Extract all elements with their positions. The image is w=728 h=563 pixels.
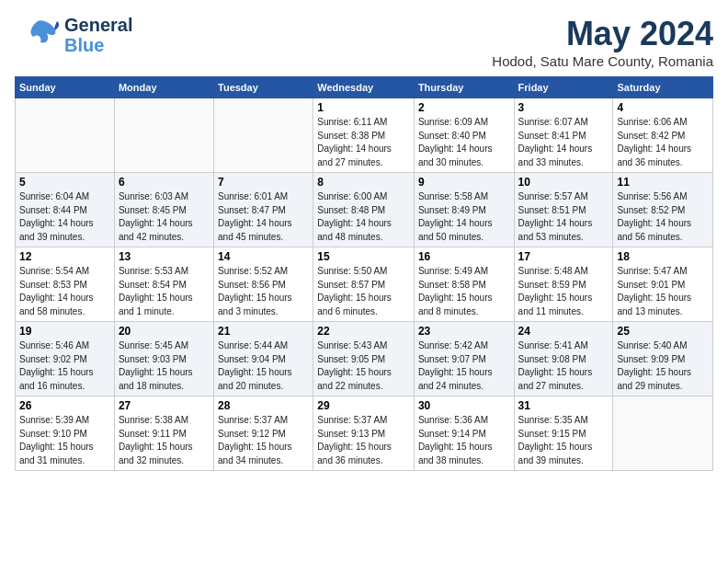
logo: General Blue [15, 15, 132, 55]
weekday-header: Sunday [16, 77, 115, 98]
weekday-header: Monday [114, 77, 213, 98]
day-info: Sunrise: 5:53 AM Sunset: 8:54 PM Dayligh… [119, 265, 210, 318]
day-info: Sunrise: 6:07 AM Sunset: 8:41 PM Dayligh… [518, 116, 609, 169]
calendar-cell: 8Sunrise: 6:00 AM Sunset: 8:48 PM Daylig… [313, 173, 415, 247]
day-info: Sunrise: 5:37 AM Sunset: 9:12 PM Dayligh… [218, 414, 309, 467]
calendar-week-row: 19Sunrise: 5:46 AM Sunset: 9:02 PM Dayli… [16, 322, 713, 396]
day-info: Sunrise: 5:46 AM Sunset: 9:02 PM Dayligh… [19, 339, 110, 393]
day-number: 15 [317, 250, 410, 263]
calendar-cell: 4Sunrise: 6:06 AM Sunset: 8:42 PM Daylig… [613, 98, 713, 173]
calendar-week-row: 26Sunrise: 5:39 AM Sunset: 9:10 PM Dayli… [16, 396, 713, 471]
month-year-title: May 2024 [492, 15, 713, 53]
calendar-cell: 25Sunrise: 5:40 AM Sunset: 9:09 PM Dayli… [613, 322, 713, 396]
day-info: Sunrise: 5:44 AM Sunset: 9:04 PM Dayligh… [218, 339, 309, 393]
calendar-cell: 29Sunrise: 5:37 AM Sunset: 9:13 PM Dayli… [313, 396, 415, 471]
weekday-header: Wednesday [313, 77, 415, 98]
day-number: 20 [119, 325, 210, 338]
calendar-cell: 28Sunrise: 5:37 AM Sunset: 9:12 PM Dayli… [214, 396, 313, 471]
calendar-cell [114, 98, 213, 173]
calendar-cell: 6Sunrise: 6:03 AM Sunset: 8:45 PM Daylig… [114, 173, 213, 247]
calendar-table: SundayMondayTuesdayWednesdayThursdayFrid… [15, 76, 713, 471]
day-info: Sunrise: 5:48 AM Sunset: 8:59 PM Dayligh… [518, 265, 609, 318]
calendar-cell: 31Sunrise: 5:35 AM Sunset: 9:15 PM Dayli… [514, 396, 613, 471]
calendar-cell [214, 98, 313, 173]
day-number: 11 [617, 176, 709, 189]
day-number: 27 [119, 399, 210, 412]
day-info: Sunrise: 5:45 AM Sunset: 9:03 PM Dayligh… [119, 339, 210, 393]
day-number: 22 [317, 325, 410, 338]
day-number: 12 [19, 250, 110, 263]
day-info: Sunrise: 5:42 AM Sunset: 9:07 PM Dayligh… [418, 339, 510, 393]
logo-text: General Blue [64, 15, 132, 55]
calendar-week-row: 1Sunrise: 6:11 AM Sunset: 8:38 PM Daylig… [16, 98, 713, 173]
day-number: 26 [19, 399, 110, 412]
day-number: 4 [617, 101, 709, 114]
calendar-cell: 16Sunrise: 5:49 AM Sunset: 8:58 PM Dayli… [414, 247, 514, 322]
calendar-cell: 13Sunrise: 5:53 AM Sunset: 8:54 PM Dayli… [114, 247, 213, 322]
calendar-header-row: SundayMondayTuesdayWednesdayThursdayFrid… [16, 77, 713, 98]
day-info: Sunrise: 5:58 AM Sunset: 8:49 PM Dayligh… [418, 190, 510, 244]
day-number: 13 [119, 250, 210, 263]
logo-blue-text: Blue [64, 35, 132, 55]
page-header: General Blue May 2024 Hodod, Satu Mare C… [15, 15, 713, 69]
calendar-cell: 2Sunrise: 6:09 AM Sunset: 8:40 PM Daylig… [414, 98, 514, 173]
weekday-header: Thursday [414, 77, 514, 98]
title-block: May 2024 Hodod, Satu Mare County, Romani… [492, 15, 713, 69]
day-info: Sunrise: 5:39 AM Sunset: 9:10 PM Dayligh… [19, 414, 110, 467]
logo-icon [15, 17, 61, 53]
calendar-cell: 3Sunrise: 6:07 AM Sunset: 8:41 PM Daylig… [514, 98, 613, 173]
day-number: 10 [518, 176, 609, 189]
day-info: Sunrise: 5:36 AM Sunset: 9:14 PM Dayligh… [418, 414, 510, 467]
calendar-week-row: 12Sunrise: 5:54 AM Sunset: 8:53 PM Dayli… [16, 247, 713, 322]
calendar-cell: 30Sunrise: 5:36 AM Sunset: 9:14 PM Dayli… [414, 396, 514, 471]
day-info: Sunrise: 5:54 AM Sunset: 8:53 PM Dayligh… [19, 265, 110, 318]
calendar-cell: 1Sunrise: 6:11 AM Sunset: 8:38 PM Daylig… [313, 98, 415, 173]
day-number: 1 [317, 101, 410, 114]
day-info: Sunrise: 5:40 AM Sunset: 9:09 PM Dayligh… [617, 339, 709, 393]
day-info: Sunrise: 6:04 AM Sunset: 8:44 PM Dayligh… [19, 190, 110, 244]
day-info: Sunrise: 5:35 AM Sunset: 9:15 PM Dayligh… [518, 414, 609, 467]
day-number: 23 [418, 325, 510, 338]
day-number: 19 [19, 325, 110, 338]
logo-general-text: General [64, 15, 132, 35]
calendar-cell: 20Sunrise: 5:45 AM Sunset: 9:03 PM Dayli… [114, 322, 213, 396]
day-number: 7 [218, 176, 309, 189]
day-number: 30 [418, 399, 510, 412]
calendar-cell: 9Sunrise: 5:58 AM Sunset: 8:49 PM Daylig… [414, 173, 514, 247]
day-info: Sunrise: 6:00 AM Sunset: 8:48 PM Dayligh… [317, 190, 410, 244]
day-number: 31 [518, 399, 609, 412]
calendar-cell [16, 98, 115, 173]
day-info: Sunrise: 5:50 AM Sunset: 8:57 PM Dayligh… [317, 265, 410, 318]
day-info: Sunrise: 5:56 AM Sunset: 8:52 PM Dayligh… [617, 190, 709, 244]
day-number: 21 [218, 325, 309, 338]
calendar-cell: 19Sunrise: 5:46 AM Sunset: 9:02 PM Dayli… [16, 322, 115, 396]
calendar-cell: 5Sunrise: 6:04 AM Sunset: 8:44 PM Daylig… [16, 173, 115, 247]
day-number: 18 [617, 250, 709, 263]
day-number: 6 [119, 176, 210, 189]
calendar-cell: 10Sunrise: 5:57 AM Sunset: 8:51 PM Dayli… [514, 173, 613, 247]
day-info: Sunrise: 6:11 AM Sunset: 8:38 PM Dayligh… [317, 116, 410, 169]
day-number: 28 [218, 399, 309, 412]
calendar-cell: 22Sunrise: 5:43 AM Sunset: 9:05 PM Dayli… [313, 322, 415, 396]
calendar-cell: 26Sunrise: 5:39 AM Sunset: 9:10 PM Dayli… [16, 396, 115, 471]
calendar-cell: 14Sunrise: 5:52 AM Sunset: 8:56 PM Dayli… [214, 247, 313, 322]
day-number: 25 [617, 325, 709, 338]
day-number: 16 [418, 250, 510, 263]
calendar-cell: 18Sunrise: 5:47 AM Sunset: 9:01 PM Dayli… [613, 247, 713, 322]
day-number: 9 [418, 176, 510, 189]
day-info: Sunrise: 5:37 AM Sunset: 9:13 PM Dayligh… [317, 414, 410, 467]
day-info: Sunrise: 5:57 AM Sunset: 8:51 PM Dayligh… [518, 190, 609, 244]
day-number: 24 [518, 325, 609, 338]
day-info: Sunrise: 5:38 AM Sunset: 9:11 PM Dayligh… [119, 414, 210, 467]
day-number: 14 [218, 250, 309, 263]
calendar-cell: 17Sunrise: 5:48 AM Sunset: 8:59 PM Dayli… [514, 247, 613, 322]
day-number: 2 [418, 101, 510, 114]
calendar-cell [613, 396, 713, 471]
calendar-cell: 15Sunrise: 5:50 AM Sunset: 8:57 PM Dayli… [313, 247, 415, 322]
day-info: Sunrise: 6:09 AM Sunset: 8:40 PM Dayligh… [418, 116, 510, 169]
calendar-cell: 27Sunrise: 5:38 AM Sunset: 9:11 PM Dayli… [114, 396, 213, 471]
calendar-cell: 12Sunrise: 5:54 AM Sunset: 8:53 PM Dayli… [16, 247, 115, 322]
weekday-header: Tuesday [214, 77, 313, 98]
day-info: Sunrise: 6:03 AM Sunset: 8:45 PM Dayligh… [119, 190, 210, 244]
day-info: Sunrise: 5:47 AM Sunset: 9:01 PM Dayligh… [617, 265, 709, 318]
